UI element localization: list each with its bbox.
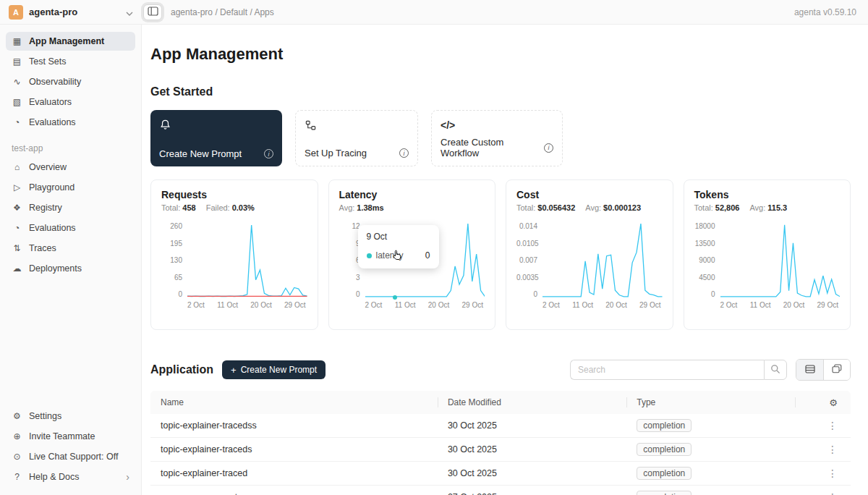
sidebar-item-label: Help & Docs	[29, 472, 79, 482]
evaluations-icon: ◔	[12, 117, 22, 127]
set-up-tracing-card[interactable]: Set Up Tracing i	[295, 110, 418, 166]
mouse-cursor-icon	[391, 250, 402, 264]
application-heading: Application	[150, 363, 213, 376]
settings-icon: ⚙	[12, 411, 22, 421]
sidebar-item-evaluations[interactable]: ◔Evaluations	[6, 219, 135, 237]
panel-left-icon	[148, 7, 158, 18]
create-new-prompt-button[interactable]: + Create New Prompt	[222, 360, 326, 379]
series-dot-icon	[367, 253, 372, 258]
tooltip-value: 0	[425, 250, 430, 261]
sidebar-item-traces[interactable]: ⇅Traces	[6, 239, 135, 258]
sidebar-item-label: Deployments	[29, 263, 82, 274]
column-header-type[interactable]: Type	[626, 391, 794, 414]
metric-title: Requests	[161, 189, 307, 200]
search-input[interactable]	[570, 360, 764, 380]
metric-stats: Total:$0.056432Avg:$0.000123	[516, 203, 663, 212]
metric-title: Cost	[516, 189, 663, 200]
row-actions-menu-icon[interactable]: ⋮	[827, 491, 838, 495]
search-button[interactable]	[764, 360, 787, 380]
top-bar: A agenta-pro agenta-pro / Default / Apps…	[0, 0, 868, 25]
card-label: Set Up Tracing	[305, 148, 367, 158]
app-name[interactable]: topic-explainer-traceds	[150, 444, 438, 454]
invite-teammate-icon: ⊕	[12, 431, 22, 441]
playground-icon: ▷	[12, 182, 22, 192]
sidebar-toggle-button[interactable]	[143, 4, 162, 20]
applications-table: NameDate ModifiedType⚙topic-explainer-tr…	[150, 391, 851, 495]
sidebar-item-app-management[interactable]: ▦App Management	[6, 32, 135, 51]
chevron-right-icon: ›	[126, 471, 129, 483]
tooltip-date: 9 Oct	[367, 232, 430, 242]
x-axis-labels: 2 Oct11 Oct20 Oct29 Oct	[187, 301, 306, 309]
sidebar-item-label: Live Chat Support: Off	[29, 452, 118, 462]
sidebar-item-evaluations[interactable]: ◔Evaluations	[6, 113, 135, 132]
test-sets-icon: ▤	[12, 56, 22, 67]
metric-cards-row: RequestsTotal:458Failed:0.03%26019513065…	[150, 179, 851, 330]
create-new-prompt-card[interactable]: Create New Prompt i	[150, 110, 282, 166]
card-view-button[interactable]	[823, 360, 850, 380]
overview-icon: ⌂	[12, 162, 22, 172]
sidebar-item-label: Evaluations	[29, 117, 76, 127]
row-actions-menu-icon[interactable]: ⋮	[827, 420, 838, 431]
breadcrumb[interactable]: agenta-pro / Default / Apps	[171, 7, 794, 17]
row-actions-menu-icon[interactable]: ⋮	[827, 444, 838, 455]
sidebar-item-evaluators[interactable]: ▧Evaluators	[6, 93, 135, 111]
app-name[interactable]: topic-explainer-tracedss	[150, 420, 438, 431]
table-settings-gear-icon[interactable]: ⚙	[829, 397, 838, 408]
sidebar-item-label: Overview	[29, 162, 67, 172]
chart-plot	[720, 222, 841, 298]
app-date-modified: 30 Oct 2025	[438, 444, 626, 454]
column-header-date-modified[interactable]: Date Modified	[438, 391, 626, 414]
plus-icon: +	[231, 365, 237, 376]
table-row[interactable]: topic-explainer-tracedss30 Oct 2025compl…	[150, 414, 851, 438]
y-axis-labels: 0.0140.01050.0070.00350	[516, 222, 542, 298]
sidebar-item-label: Registry	[29, 203, 62, 213]
workspace-name[interactable]: agenta-pro	[29, 7, 120, 17]
table-row[interactable]: career-assessment27 Oct 2025completion⋮	[150, 486, 851, 495]
main-content: App Management Get Started Create New Pr…	[142, 25, 868, 495]
metric-title: Latency	[339, 189, 485, 200]
sidebar-item-live-chat-support-off[interactable]: ⊙Live Chat Support: Off	[6, 447, 135, 466]
column-header-name[interactable]: Name	[150, 391, 438, 414]
table-view-button[interactable]	[796, 360, 823, 380]
card-view-icon	[832, 364, 842, 376]
x-axis-labels: 2 Oct11 Oct20 Oct29 Oct	[720, 301, 839, 309]
sidebar-item-settings[interactable]: ⚙Settings	[6, 407, 135, 426]
type-badge: completion	[637, 491, 692, 495]
sidebar: ▦App Management▤Test Sets∿Observability▧…	[0, 25, 142, 495]
sidebar-item-label: App Management	[29, 36, 104, 46]
info-icon[interactable]: i	[264, 149, 273, 158]
info-icon[interactable]: i	[544, 143, 553, 153]
type-badge: completion	[637, 419, 692, 432]
search-icon	[770, 364, 780, 376]
card-label: Create New Prompt	[159, 148, 242, 159]
app-name[interactable]: topic-explainer-traced	[150, 468, 438, 478]
search-bar	[570, 360, 787, 380]
metric-stats: Total:458Failed:0.03%	[161, 203, 307, 212]
sidebar-item-deployments[interactable]: ☁Deployments	[6, 259, 135, 278]
hovered-point-dot	[393, 295, 397, 300]
version-label: agenta v0.59.10	[794, 7, 868, 17]
sidebar-item-help-docs[interactable]: ?Help & Docs›	[6, 468, 135, 486]
sidebar-item-overview[interactable]: ⌂Overview	[6, 158, 135, 177]
table-header-row: NameDate ModifiedType⚙	[150, 391, 851, 414]
tracing-branch-icon	[305, 118, 409, 132]
sidebar-item-test-sets[interactable]: ▤Test Sets	[6, 52, 135, 71]
chart-plot	[187, 222, 307, 298]
chevron-down-icon[interactable]	[126, 6, 133, 19]
type-badge: completion	[637, 467, 692, 480]
sidebar-item-invite-teammate[interactable]: ⊕Invite Teammate	[6, 427, 135, 446]
info-icon[interactable]: i	[399, 148, 409, 158]
table-row[interactable]: topic-explainer-traceds30 Oct 2025comple…	[150, 438, 851, 462]
row-actions-menu-icon[interactable]: ⋮	[827, 468, 838, 479]
sidebar-item-observability[interactable]: ∿Observability	[6, 72, 135, 91]
sidebar-item-label: Settings	[29, 411, 61, 421]
table-view-icon	[805, 365, 815, 376]
workspace-selector[interactable]: A agenta-pro	[0, 5, 142, 20]
metric-stats: Avg:1.38ms	[339, 203, 485, 212]
sidebar-item-label: Evaluations	[29, 223, 76, 233]
sidebar-item-registry[interactable]: ❖Registry	[6, 198, 135, 217]
create-custom-workflow-card[interactable]: </> Create Custom Workflow i	[431, 110, 563, 166]
app-name[interactable]: career-assessment	[150, 492, 438, 495]
table-row[interactable]: topic-explainer-traced30 Oct 2025complet…	[150, 462, 851, 486]
sidebar-item-playground[interactable]: ▷Playground	[6, 178, 135, 197]
